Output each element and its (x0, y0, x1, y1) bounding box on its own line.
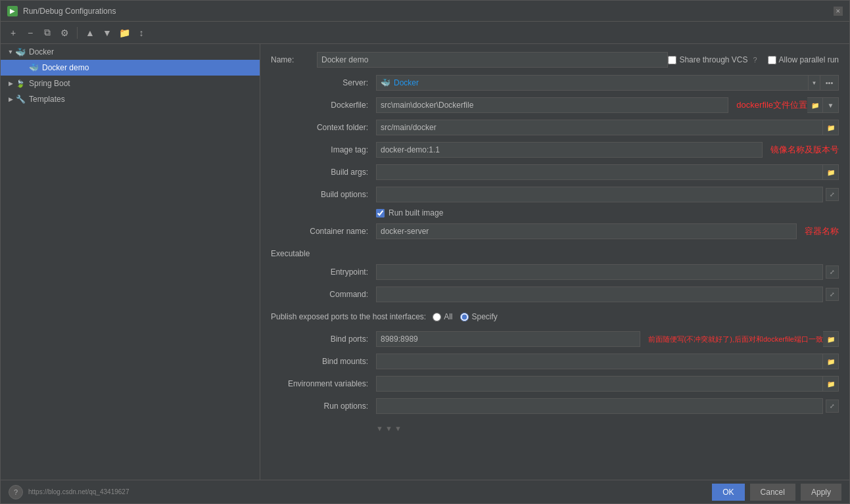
env-vars-field: 📁 (376, 376, 839, 392)
bind-mounts-input[interactable] (376, 354, 823, 369)
executable-section: Executable (271, 245, 839, 262)
run-options-row: Run options: ⤢ (271, 398, 839, 415)
server-select[interactable]: 🐳 Docker (376, 75, 809, 91)
name-row: Name: Share through VCS ? Allow parallel… (271, 52, 839, 68)
env-vars-browse-button[interactable]: 📁 (823, 376, 839, 392)
name-input[interactable] (317, 52, 668, 68)
specify-radio-option[interactable]: Specify (460, 312, 497, 321)
config-tree: ▼ 🐳 Docker 🐳 Docker demo ▶ 🍃 Spring Boot… (1, 44, 260, 480)
server-more-button[interactable]: ••• (820, 75, 839, 91)
title-bar: ▶ Run/Debug Configurations ✕ (1, 1, 849, 22)
toolbar-separator (77, 27, 78, 39)
tree-docker-demo[interactable]: 🐳 Docker demo (1, 60, 260, 76)
springboot-expand-arrow: ▶ (6, 79, 15, 88)
move-down-button[interactable]: ▼ (100, 26, 114, 40)
build-args-browse-button[interactable]: 📁 (823, 164, 839, 180)
apply-button[interactable]: Apply (801, 484, 841, 501)
context-folder-browse-button[interactable]: 📁 (823, 120, 839, 135)
ok-button[interactable]: OK (712, 484, 744, 501)
all-radio-label: All (444, 312, 452, 321)
bind-ports-row: Bind ports: 前面随便写(不冲突就好了),后面对和dockerfile… (271, 331, 839, 348)
entrypoint-row: Entrypoint: ⤢ (271, 263, 839, 281)
server-dropdown-arrow[interactable]: ▼ (809, 75, 820, 91)
header-options: Share through VCS ? Allow parallel run (668, 55, 839, 64)
container-name-input[interactable] (376, 223, 797, 239)
build-args-field: 📁 (376, 164, 839, 180)
parallel-checkbox[interactable] (768, 56, 776, 64)
command-row: Command: ⤢ (271, 286, 839, 303)
close-button[interactable]: ✕ (834, 7, 843, 16)
footer-actions: OK Cancel Apply (712, 484, 841, 501)
build-args-input[interactable] (376, 164, 823, 180)
all-radio-option[interactable]: All (433, 312, 452, 321)
remove-config-button[interactable]: − (23, 26, 37, 40)
tree-docker-group[interactable]: ▼ 🐳 Docker (1, 44, 260, 60)
build-options-field: ⤢ (376, 187, 839, 202)
env-vars-input[interactable] (376, 376, 823, 392)
docker-group-label: Docker (29, 47, 54, 57)
image-tag-input[interactable] (376, 142, 763, 158)
springboot-group-icon: 🍃 (15, 78, 26, 89)
url-display: https://blog.csdn.net/qq_43419627 (28, 488, 129, 495)
docker-group-icon: 🐳 (15, 47, 26, 57)
server-row: Server: 🐳 Docker ▼ ••• (271, 74, 839, 91)
dockerfile-browse-button[interactable]: 📁 (807, 97, 823, 113)
context-folder-field: 📁 (376, 120, 839, 135)
dockerfile-input[interactable] (376, 97, 728, 113)
app-icon: ▶ (7, 6, 18, 16)
context-folder-input[interactable] (376, 120, 823, 135)
container-name-label: Container name: (271, 227, 376, 236)
specify-radio[interactable] (460, 313, 469, 321)
run-built-image-label: Run built image (389, 208, 443, 218)
window-controls: ✕ (834, 7, 843, 16)
image-tag-annotation: 镜像名称及版本号 (770, 144, 839, 156)
cancel-button[interactable]: Cancel (750, 484, 795, 501)
folder-button[interactable]: 📁 (117, 26, 131, 40)
run-options-field: ⤢ (376, 398, 839, 414)
footer-bar: ? https://blog.csdn.net/qq_43419627 OK C… (1, 480, 849, 503)
command-expand-button[interactable]: ⤢ (826, 288, 839, 301)
bind-mounts-browse-button[interactable]: 📁 (823, 354, 839, 369)
command-label: Command: (291, 290, 376, 299)
bind-ports-annotation: 前面随便写(不冲突就好了),后面对和dockerfile端口一致 (648, 334, 823, 344)
sort-button[interactable]: ↕ (134, 26, 149, 40)
settings-button[interactable]: ⚙ (57, 26, 72, 40)
command-field: ⤢ (376, 286, 839, 302)
run-options-expand-button[interactable]: ⤢ (826, 400, 839, 413)
build-options-input[interactable] (376, 187, 823, 202)
dockerfile-row: Dockerfile: dockerfile文件位置 📁 ▼ (271, 97, 839, 114)
entrypoint-input[interactable] (376, 264, 823, 280)
bind-ports-input[interactable] (376, 331, 640, 347)
build-options-expand-button[interactable]: ⤢ (826, 188, 839, 201)
all-radio[interactable] (433, 313, 441, 321)
build-options-label: Build options: (271, 190, 376, 199)
docker-demo-icon: 🐳 (28, 62, 39, 73)
toolbar: + − ⧉ ⚙ ▲ ▼ 📁 ↕ (1, 22, 849, 44)
context-folder-row: Context folder: 📁 (271, 119, 839, 136)
parallel-label: Allow parallel run (779, 55, 839, 64)
move-up-button[interactable]: ▲ (83, 26, 97, 40)
dockerfile-annotation: dockerfile文件位置 (736, 99, 807, 111)
vcs-help-icon: ? (753, 56, 757, 64)
tree-springboot-group[interactable]: ▶ 🍃 Spring Boot (1, 76, 260, 91)
executable-label: Executable (271, 249, 310, 258)
help-button[interactable]: ? (9, 485, 23, 499)
bind-mounts-field: 📁 (376, 354, 839, 369)
add-config-button[interactable]: + (6, 26, 20, 40)
command-input[interactable] (376, 286, 823, 302)
templates-expand-arrow: ▶ (6, 95, 15, 104)
server-select-icon: 🐳 (381, 78, 390, 87)
more-content-row: ▼ ▼ ▼ (271, 420, 839, 437)
vcs-label: Share through VCS (679, 55, 747, 64)
image-tag-row: Image tag: 镜像名称及版本号 (271, 141, 839, 158)
tree-templates-group[interactable]: ▶ 🔧 Templates (1, 91, 260, 107)
docker-expand-arrow: ▼ (6, 47, 15, 57)
run-options-input[interactable] (376, 398, 823, 414)
dockerfile-label: Dockerfile: (271, 101, 376, 110)
copy-config-button[interactable]: ⧉ (40, 26, 55, 40)
dockerfile-dropdown-button[interactable]: ▼ (823, 97, 839, 113)
entrypoint-expand-button[interactable]: ⤢ (826, 265, 839, 279)
run-built-image-checkbox[interactable] (376, 209, 385, 218)
bind-ports-browse-button[interactable]: 📁 (823, 331, 839, 347)
vcs-checkbox[interactable] (668, 56, 676, 64)
